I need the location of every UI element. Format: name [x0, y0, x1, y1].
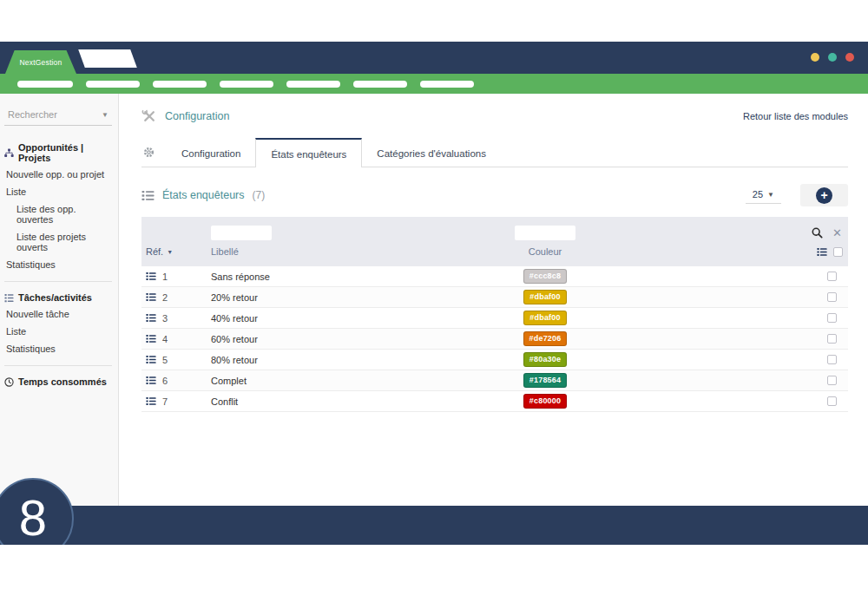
sidebar-section-temps[interactable]: Temps consommés [4, 374, 112, 389]
app-window: NextGestion Rechercher ▼ [0, 42, 868, 545]
sitemap-icon [4, 148, 14, 158]
sidebar-item-nouvelle-tache[interactable]: Nouvelle tâche [4, 305, 112, 323]
sidebar-item-liste-opp[interactable]: Liste [4, 183, 112, 200]
page-size-select[interactable]: 25 ▼ [746, 187, 781, 204]
tab-categories-evaluations[interactable]: Catégories d'évaluations [362, 141, 501, 167]
row-label: Complet [211, 376, 489, 386]
row-ref: 4 [162, 334, 168, 344]
row-list-icon[interactable] [146, 313, 156, 323]
menu-item-placeholder[interactable] [153, 81, 207, 88]
menu-item-placeholder[interactable] [220, 81, 273, 88]
row-label: 20% retour [211, 292, 489, 303]
color-badge: #ccc8c8 [523, 269, 567, 284]
gear-icon[interactable] [141, 147, 167, 167]
wrench-screwdriver-icon [141, 108, 157, 124]
table-row[interactable]: 2 20% retour #dbaf00 [141, 287, 848, 308]
table-row[interactable]: 1 Sans réponse #ccc8c8 [141, 266, 848, 287]
sidebar-section-opportunites[interactable]: Opportunités | Projets [4, 140, 112, 166]
row-ref: 1 [162, 272, 168, 282]
sidebar-item-statistiques-taches[interactable]: Statistiques [4, 340, 112, 357]
row-checkbox[interactable] [827, 376, 837, 385]
table-row[interactable]: 6 Complet #178564 [141, 370, 848, 391]
color-badge: #178564 [523, 373, 567, 388]
search-placeholder: Rechercher [8, 109, 57, 120]
sidebar-item-liste-projets-ouverts[interactable]: Liste des projets ouverts [4, 228, 112, 256]
filter-libelle-input[interactable] [211, 226, 272, 240]
row-label: 80% retour [211, 355, 489, 365]
sidebar-item-liste-taches[interactable]: Liste [4, 323, 112, 340]
row-checkbox[interactable] [827, 313, 837, 323]
top-bar: NextGestion [0, 42, 868, 74]
list-icon[interactable] [817, 247, 827, 257]
sidebar-section-taches[interactable]: Tâches/activités [4, 290, 112, 305]
filter-couleur-input[interactable] [515, 226, 575, 240]
row-list-icon[interactable] [146, 292, 156, 302]
sidebar-section-label: Tâches/activités [18, 292, 92, 303]
table-row[interactable]: 4 60% retour #de7206 [141, 329, 848, 350]
menu-item-placeholder[interactable] [86, 81, 140, 88]
row-label: Conflit [211, 396, 489, 407]
yellow-dot-icon[interactable] [811, 53, 819, 62]
sidebar-item-liste-opp-ouvertes[interactable]: Liste des opp. ouvertes [4, 200, 112, 228]
color-badge: #c80000 [523, 394, 567, 409]
menu-item-placeholder[interactable] [420, 81, 474, 88]
clock-icon [4, 377, 14, 387]
sidebar-divider [4, 281, 112, 282]
sidebar-search-select[interactable]: Rechercher ▼ [4, 106, 112, 126]
row-ref: 7 [162, 396, 168, 407]
row-ref: 2 [162, 292, 168, 303]
main-menu-bar [0, 74, 868, 94]
row-list-icon[interactable] [146, 272, 156, 281]
column-header-ref[interactable]: Réf. ▼ [141, 246, 211, 257]
teal-dot-icon[interactable] [828, 53, 837, 62]
menu-item-placeholder[interactable] [17, 81, 73, 88]
sidebar-item-statistiques-opp[interactable]: Statistiques [4, 256, 112, 273]
menu-item-placeholder[interactable] [286, 81, 340, 88]
sidebar-item-nouvelle-opp[interactable]: Nouvelle opp. ou projet [4, 166, 112, 183]
row-checkbox[interactable] [827, 396, 837, 406]
chevron-down-icon: ▼ [102, 111, 108, 119]
color-badge: #dbaf00 [523, 290, 566, 304]
add-record-button[interactable]: + [800, 184, 848, 206]
select-all-checkbox[interactable] [833, 247, 843, 257]
search-icon[interactable] [812, 227, 823, 239]
page-number: 8 [19, 488, 47, 546]
menu-item-placeholder[interactable] [353, 81, 407, 88]
row-list-icon[interactable] [146, 396, 156, 406]
etats-enqueteurs-table: ✕ Réf. ▼ Libellé Couleur [141, 217, 848, 412]
list-icon [4, 293, 14, 303]
tab-etats-enqueteurs[interactable]: États enquêteurs [255, 138, 362, 167]
table-row[interactable]: 3 40% retour #dbaf00 [141, 308, 848, 329]
close-icon[interactable]: ✕ [832, 227, 842, 239]
list-icon [141, 190, 155, 201]
brand-logo[interactable]: NextGestion [5, 50, 76, 74]
table-row[interactable]: 5 80% retour #80a30e [141, 350, 848, 370]
row-list-icon[interactable] [146, 355, 156, 364]
row-checkbox[interactable] [827, 272, 837, 281]
color-badge: #de7206 [523, 331, 568, 346]
record-count: (7) [253, 189, 266, 201]
main-content: Configuration Retour liste des modules C… [119, 94, 868, 506]
row-ref: 6 [162, 376, 168, 386]
row-ref: 3 [162, 313, 168, 324]
row-list-icon[interactable] [146, 334, 156, 344]
brand-decoration [78, 49, 137, 68]
list-title: États enquêteurs [162, 189, 245, 201]
row-checkbox[interactable] [827, 355, 837, 364]
row-label: 40% retour [211, 313, 489, 324]
row-label: 60% retour [211, 334, 489, 344]
table-header: ✕ Réf. ▼ Libellé Couleur [141, 217, 848, 266]
row-checkbox[interactable] [827, 292, 837, 302]
row-list-icon[interactable] [146, 376, 156, 385]
row-checkbox[interactable] [827, 334, 837, 344]
red-dot-icon[interactable] [845, 53, 854, 62]
tab-configuration[interactable]: Configuration [167, 141, 255, 167]
sidebar-divider [4, 365, 112, 366]
column-header-libelle[interactable]: Libellé [211, 246, 489, 257]
screenshot-page: NextGestion Rechercher ▼ [0, 0, 868, 589]
color-badge: #dbaf00 [523, 311, 566, 325]
back-to-modules-link[interactable]: Retour liste des modules [743, 111, 848, 121]
column-header-couleur[interactable]: Couleur [529, 246, 562, 257]
color-badge: #80a30e [523, 352, 567, 367]
table-row[interactable]: 7 Conflit #c80000 [141, 391, 848, 412]
